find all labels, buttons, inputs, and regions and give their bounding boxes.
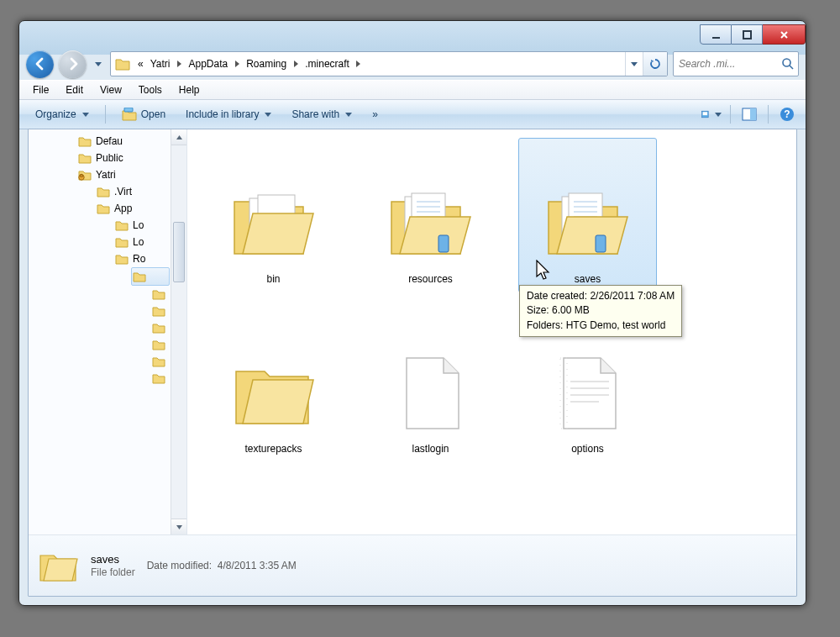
tree-item-label: Ro bbox=[133, 253, 145, 265]
tree-item[interactable] bbox=[131, 267, 170, 286]
menu-file[interactable]: File bbox=[24, 82, 57, 97]
folder-icon bbox=[114, 218, 129, 232]
folder-icon bbox=[151, 287, 166, 301]
minimize-button[interactable] bbox=[700, 24, 732, 45]
file-item[interactable]: saves bbox=[518, 138, 657, 292]
tooltip-line: Size: 6.00 MB bbox=[527, 303, 675, 318]
file-list[interactable]: binresourcessavestexturepackslastloginop… bbox=[187, 129, 796, 534]
chevron-right-icon[interactable] bbox=[353, 52, 365, 76]
file-icon bbox=[542, 345, 634, 438]
scroll-up-button[interactable] bbox=[171, 129, 186, 145]
refresh-button[interactable] bbox=[643, 52, 667, 76]
include-in-library-button[interactable]: Include in library bbox=[178, 105, 279, 124]
file-item-label: bin bbox=[266, 273, 280, 285]
preview-pane-button[interactable] bbox=[739, 106, 759, 123]
tree-item-label: App bbox=[114, 203, 132, 214]
tooltip-line: Date created: 2/26/2011 7:08 AM bbox=[527, 289, 675, 303]
tree-item-label: Public bbox=[96, 152, 123, 164]
scroll-down-button[interactable] bbox=[171, 519, 186, 534]
view-mode-button[interactable] bbox=[701, 106, 722, 123]
tree-item-label: Yatri bbox=[96, 169, 116, 181]
details-name: saves bbox=[91, 553, 135, 566]
tree-item[interactable]: Lo bbox=[29, 234, 186, 250]
menu-tools[interactable]: Tools bbox=[130, 82, 171, 97]
menu-bar: File Edit View Tools Help bbox=[19, 80, 806, 100]
tree-item[interactable] bbox=[29, 286, 186, 303]
file-item-label: texturepacks bbox=[244, 443, 302, 455]
tree-item[interactable]: Defau bbox=[29, 133, 186, 150]
breadcrumb-item[interactable]: AppData bbox=[185, 51, 231, 76]
tree-item-label: .Virt bbox=[114, 186, 132, 197]
close-button[interactable] bbox=[763, 24, 806, 45]
folder-icon bbox=[114, 252, 129, 266]
open-icon bbox=[122, 108, 137, 121]
file-item-label: resources bbox=[408, 273, 453, 285]
open-button[interactable]: Open bbox=[114, 104, 173, 124]
folder-icon bbox=[151, 338, 166, 351]
tree-item[interactable]: Yatri bbox=[29, 166, 186, 183]
folder-icon bbox=[385, 176, 477, 268]
file-item[interactable]: bin bbox=[204, 138, 343, 292]
folder-icon bbox=[151, 371, 166, 385]
folder-icon bbox=[228, 176, 320, 268]
folder-icon bbox=[228, 345, 320, 438]
tree-item[interactable]: .Virt bbox=[29, 183, 186, 200]
folder-icon bbox=[37, 547, 79, 584]
address-bar[interactable]: « Yatri AppData Roaming .minecraft bbox=[110, 51, 668, 76]
folder-icon bbox=[77, 168, 92, 182]
folder-icon bbox=[77, 134, 92, 148]
tree-item[interactable]: Lo bbox=[29, 217, 186, 234]
folder-icon bbox=[132, 270, 147, 283]
help-button[interactable]: ? bbox=[777, 106, 797, 123]
search-icon[interactable] bbox=[781, 57, 795, 71]
tree-item[interactable] bbox=[29, 319, 186, 336]
tree-item[interactable]: Ro bbox=[29, 250, 186, 267]
address-history-dropdown[interactable] bbox=[625, 52, 643, 76]
menu-edit[interactable]: Edit bbox=[57, 82, 92, 97]
file-item-label: saves bbox=[575, 273, 601, 285]
maximize-button[interactable] bbox=[732, 24, 763, 45]
tree-item[interactable] bbox=[29, 336, 186, 353]
share-with-button[interactable]: Share with bbox=[284, 105, 360, 124]
menu-help[interactable]: Help bbox=[171, 82, 208, 97]
file-item[interactable]: texturepacks bbox=[204, 308, 343, 462]
tree-item[interactable] bbox=[29, 303, 186, 319]
tree-item[interactable] bbox=[29, 370, 186, 387]
tree-item[interactable] bbox=[29, 353, 186, 370]
chevron-right-icon[interactable] bbox=[173, 52, 185, 76]
file-item-label: lastlogin bbox=[412, 443, 449, 455]
nav-tree[interactable]: DefauPublicYatri.VirtAppLoLoRo bbox=[29, 129, 187, 534]
file-item[interactable]: resources bbox=[361, 138, 500, 292]
file-item[interactable]: lastlogin bbox=[361, 308, 500, 462]
tree-item[interactable]: Public bbox=[29, 150, 186, 166]
chevron-right-icon[interactable] bbox=[231, 52, 243, 76]
folder-icon bbox=[114, 235, 129, 249]
forward-button[interactable] bbox=[59, 50, 87, 78]
command-bar: Organize Open Include in library Share w… bbox=[19, 100, 806, 129]
file-item-label: options bbox=[571, 443, 604, 455]
titlebar[interactable] bbox=[19, 21, 806, 48]
tree-item[interactable]: App bbox=[29, 200, 186, 217]
tree-scrollbar[interactable] bbox=[171, 129, 186, 534]
svg-rect-20 bbox=[438, 235, 449, 252]
breadcrumb-item[interactable]: Roaming bbox=[243, 51, 290, 76]
chevron-right-icon[interactable] bbox=[290, 52, 302, 76]
menu-view[interactable]: View bbox=[92, 82, 130, 97]
nav-history-dropdown[interactable] bbox=[92, 55, 105, 73]
folder-icon bbox=[96, 185, 111, 198]
svg-text:?: ? bbox=[784, 108, 790, 120]
nav-row: « Yatri AppData Roaming .minecraft bbox=[19, 48, 806, 80]
tree-item-label: Defau bbox=[96, 135, 123, 147]
organize-button[interactable]: Organize bbox=[28, 105, 97, 124]
toolbar-overflow[interactable]: » bbox=[365, 105, 386, 124]
tooltip-line: Folders: HTG Demo, test world bbox=[527, 318, 675, 333]
folder-icon bbox=[77, 151, 92, 165]
search-box[interactable] bbox=[673, 51, 799, 76]
scroll-thumb[interactable] bbox=[173, 222, 185, 282]
breadcrumb-item[interactable]: .minecraft bbox=[302, 51, 353, 76]
back-button[interactable] bbox=[26, 50, 54, 78]
breadcrumb-overflow[interactable]: « bbox=[134, 51, 147, 76]
breadcrumb-item[interactable]: Yatri bbox=[147, 51, 174, 76]
search-input[interactable] bbox=[677, 57, 781, 71]
svg-rect-1 bbox=[743, 31, 751, 39]
